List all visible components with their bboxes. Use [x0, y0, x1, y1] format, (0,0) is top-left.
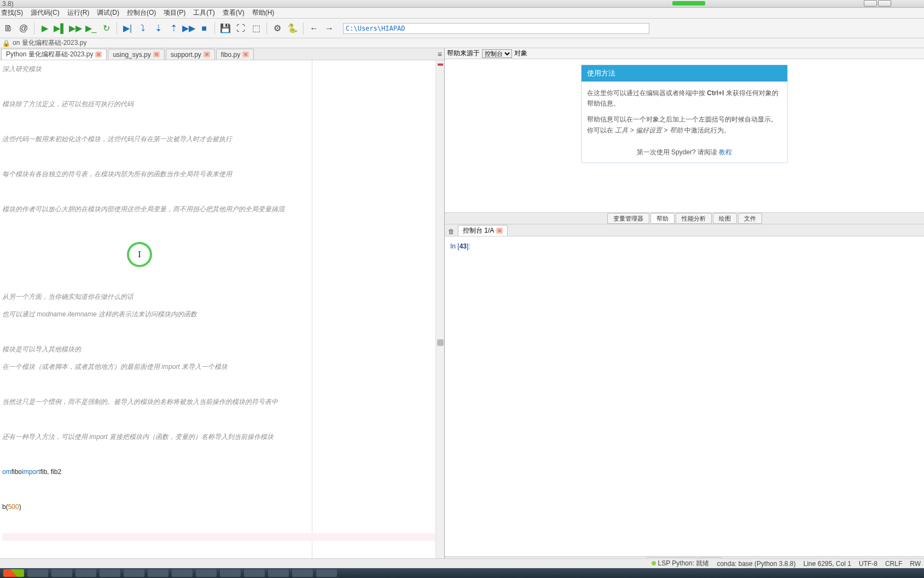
code-line[interactable]: 还有一种导入方法，可以使用 import 直接把模块内（函数，变量的）名称导入到…	[2, 428, 435, 446]
code-line[interactable]	[2, 218, 435, 235]
status-conda[interactable]: conda: base (Python 3.8.8)	[717, 560, 795, 568]
console-close-icon[interactable]: 🗑	[447, 227, 456, 236]
help-pane-tab[interactable]: 绘图	[713, 213, 737, 224]
taskbar-item[interactable]	[124, 569, 144, 577]
code-line[interactable]: 当然这只是一个惯例，而不是强制的。被导入的模块的名称将被放入当前操作的模块的符号…	[2, 393, 435, 411]
debug-button[interactable]: ▶|	[121, 22, 133, 34]
run-button[interactable]: ▶	[39, 22, 51, 34]
code-line[interactable]: 也可以通过 modname.itemname 这样的表示法来访问模块内的函数	[2, 305, 435, 323]
preferences-button[interactable]: ⚙	[271, 22, 283, 34]
taskbar-item[interactable]	[51, 569, 72, 577]
code-line[interactable]	[2, 375, 435, 393]
code-line[interactable]	[2, 235, 435, 253]
menu-item[interactable]: 查看(V)	[223, 8, 245, 18]
step-button[interactable]: ⤵	[137, 22, 149, 34]
code-line[interactable]: 这些代码一般用来初始化这个模块，这些代码只有在第一次被导入时才会被执行	[2, 130, 435, 148]
doc-icon[interactable]: 🗎	[2, 22, 14, 34]
editor-tab[interactable]: support.py✕	[166, 49, 215, 60]
maximize-button[interactable]	[878, 0, 891, 7]
help-pane-tab[interactable]: 文件	[738, 213, 762, 224]
code-line[interactable]	[2, 78, 435, 95]
code-line[interactable]: 模块是可以导入其他模块的	[2, 340, 435, 358]
step-out-button[interactable]: ⇡	[167, 22, 179, 34]
code-line[interactable]	[2, 183, 435, 200]
taskbar-item[interactable]	[244, 569, 265, 577]
close-icon[interactable]: ✕	[204, 51, 210, 57]
code-line[interactable]: om fibo import fib, fib2	[2, 463, 435, 481]
minimize-button[interactable]	[864, 0, 877, 7]
taskbar-item[interactable]	[148, 569, 168, 577]
console-tab[interactable]: 控制台 1/A ✕	[458, 225, 508, 236]
editor-tab[interactable]: Python 量化编程基础-2023.py✕	[1, 49, 107, 60]
menu-item[interactable]: 查找(S)	[1, 8, 23, 18]
at-icon[interactable]: @	[18, 22, 30, 34]
taskbar-item[interactable]	[172, 569, 193, 577]
close-icon[interactable]: ✕	[496, 228, 503, 234]
python-path-button[interactable]: 🐍	[287, 22, 299, 34]
editor-tab[interactable]: using_sys.py✕	[108, 49, 164, 60]
ipython-console[interactable]: In [43]:	[445, 236, 924, 556]
forward-button[interactable]: →	[323, 22, 335, 34]
close-icon[interactable]: ✕	[153, 51, 160, 57]
help-source-label: 帮助来源于	[447, 49, 480, 58]
help-pane-tab[interactable]: 变量管理器	[607, 213, 649, 224]
code-line[interactable]	[2, 446, 435, 463]
code-editor[interactable]: 深入研究模块模块除了方法定义，还可以包括可执行的代码这些代码一般用来初始化这个模…	[0, 60, 444, 568]
taskbar-item[interactable]	[292, 569, 313, 577]
code-line[interactable]	[2, 516, 435, 533]
taskbar-start[interactable]	[3, 569, 24, 577]
taskbar-item[interactable]	[268, 569, 289, 577]
taskbar-item[interactable]	[196, 569, 217, 577]
taskbar-item[interactable]	[27, 569, 48, 577]
menu-item[interactable]: 控制台(O)	[127, 8, 156, 18]
help-source-select[interactable]: 控制台	[482, 49, 512, 58]
menu-item[interactable]: 源代码(C)	[31, 8, 60, 18]
working-dir-input[interactable]	[343, 23, 649, 34]
rerun-button[interactable]: ↻	[100, 22, 112, 34]
taskbar-item[interactable]	[75, 569, 96, 577]
run-cell-button[interactable]: ▶▌	[54, 22, 66, 34]
menu-item[interactable]: 帮助(H)	[252, 8, 275, 18]
code-line[interactable]	[2, 323, 435, 340]
code-line[interactable]: 每个模块有各自独立的符号表，在模块内部为所有的函数当作全局符号表来使用	[2, 165, 435, 183]
code-line[interactable]	[2, 411, 435, 428]
taskbar-item[interactable]	[316, 569, 337, 577]
code-line[interactable]: b(500)	[2, 498, 435, 516]
fullscreen-button[interactable]: ⬚	[250, 22, 262, 34]
taskbar-item[interactable]	[220, 569, 241, 577]
stop-debug-button[interactable]: ■	[198, 22, 210, 34]
help-pane-tab[interactable]: 帮助	[650, 213, 675, 224]
maximize-pane-button[interactable]: ⛶	[235, 22, 247, 34]
code-line[interactable]	[2, 481, 435, 498]
code-line[interactable]	[2, 533, 435, 541]
help-pane-tab[interactable]: 性能分析	[676, 213, 712, 224]
taskbar-item[interactable]	[100, 569, 120, 577]
close-icon[interactable]: ✕	[95, 51, 102, 57]
menu-item[interactable]: 工具(T)	[193, 8, 214, 18]
scroll-thumb[interactable]	[437, 339, 444, 346]
code-line[interactable]	[2, 541, 435, 558]
tutorial-link[interactable]: 教程	[719, 148, 732, 156]
code-line[interactable]: 深入研究模块	[2, 60, 435, 78]
step-into-button[interactable]: ⇣	[152, 22, 164, 34]
code-line[interactable]	[2, 113, 435, 130]
continue-button[interactable]: ▶▶	[183, 22, 195, 34]
run-selection-button[interactable]: ▶_	[85, 22, 97, 34]
run-cell-advance-button[interactable]: ▶▶	[69, 22, 82, 34]
code-line[interactable]: 从另一个方面，当你确实知道你在做什么的话	[2, 288, 435, 305]
save-layout-button[interactable]: 💾	[219, 22, 231, 34]
menu-item[interactable]: 运行(R)	[67, 8, 90, 18]
code-line[interactable]	[2, 270, 435, 288]
menu-item[interactable]: 项目(P)	[164, 8, 185, 18]
close-icon[interactable]: ✕	[242, 51, 249, 57]
code-line[interactable]	[2, 148, 435, 165]
code-line[interactable]	[2, 253, 435, 270]
menu-item[interactable]: 调试(D)	[97, 8, 119, 18]
editor-scrollbar[interactable]	[435, 60, 444, 568]
back-button[interactable]: ←	[308, 22, 320, 34]
code-line[interactable]: 模块的作者可以放心大胆的在模块内部使用这些全局变量，而不用担心把其他用户的全局变…	[2, 200, 435, 218]
editor-tab[interactable]: fibo.py✕	[216, 49, 254, 60]
code-line[interactable]: 在一个模块（或者脚本，或者其他地方）的最前面使用 import 来导入一个模块	[2, 358, 435, 375]
code-line[interactable]: 模块除了方法定义，还可以包括可执行的代码	[2, 95, 435, 113]
tabs-menu-icon[interactable]: ≡	[438, 50, 442, 59]
